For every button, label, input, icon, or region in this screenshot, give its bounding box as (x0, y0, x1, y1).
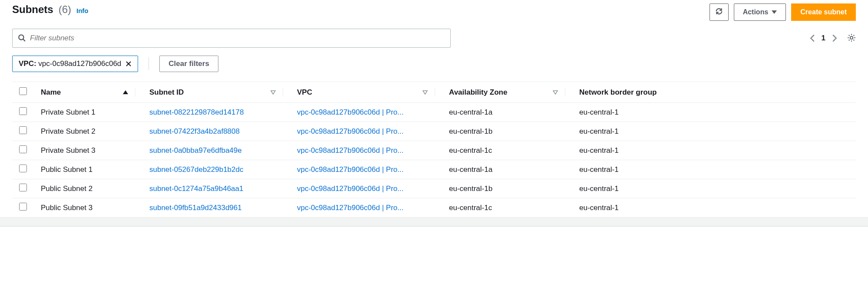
refresh-button[interactable] (710, 3, 729, 21)
search-icon (18, 34, 26, 43)
search-container[interactable] (12, 29, 451, 48)
cell-subnet-id[interactable]: subnet-0822129878ed14178 (142, 103, 290, 122)
column-filter-icon[interactable] (553, 90, 558, 95)
cell-vpc[interactable]: vpc-0c98ad127b906c06d | Pro... (290, 179, 442, 198)
row-checkbox[interactable] (19, 107, 27, 115)
cell-az: eu-central-1a (442, 160, 572, 179)
page-title: Subnets (12, 3, 53, 16)
svg-marker-5 (271, 91, 275, 94)
cell-name: Private Subnet 2 (34, 122, 142, 141)
table-row[interactable]: Public Subnet 1 subnet-05267deb229b1b2dc… (12, 160, 856, 179)
filter-chip-value: vpc-0c98ad127b906c06d (38, 59, 121, 68)
page-number: 1 (822, 34, 825, 43)
filter-chip-vpc[interactable]: VPC: vpc-0c98ad127b906c06d (12, 56, 138, 72)
cell-name: Private Subnet 1 (34, 103, 142, 122)
cell-name: Public Subnet 3 (34, 198, 142, 217)
clear-filters-button[interactable]: Clear filters (159, 56, 218, 72)
table-row[interactable]: Public Subnet 2 subnet-0c1274a75a9b46aa1… (12, 179, 856, 198)
cell-subnet-id[interactable]: subnet-05267deb229b1b2dc (142, 160, 290, 179)
table-row[interactable]: Private Subnet 2 subnet-07422f3a4b2af880… (12, 122, 856, 141)
svg-marker-6 (423, 91, 427, 94)
sort-asc-icon (123, 90, 128, 94)
cell-nbg: eu-central-1 (572, 179, 856, 198)
row-checkbox[interactable] (19, 126, 27, 134)
column-header-name[interactable]: Name (34, 82, 142, 103)
cell-vpc[interactable]: vpc-0c98ad127b906c06d | Pro... (290, 122, 442, 141)
cell-az: eu-central-1a (442, 103, 572, 122)
cell-nbg: eu-central-1 (572, 160, 856, 179)
column-filter-icon[interactable] (271, 90, 276, 95)
actions-dropdown-button[interactable]: Actions (734, 3, 786, 21)
svg-marker-7 (553, 91, 558, 94)
filter-chip-key: VPC: (19, 59, 36, 68)
table-row[interactable]: Private Subnet 1 subnet-0822129878ed1417… (12, 103, 856, 122)
column-header-nbg[interactable]: Network border group (572, 82, 856, 103)
select-all-checkbox[interactable] (19, 87, 27, 95)
cell-az: eu-central-1c (442, 198, 572, 217)
caret-down-icon (772, 10, 777, 14)
row-checkbox[interactable] (19, 184, 27, 191)
svg-point-2 (850, 36, 853, 39)
cell-vpc[interactable]: vpc-0c98ad127b906c06d | Pro... (290, 141, 442, 160)
cell-subnet-id[interactable]: subnet-0c1274a75a9b46aa1 (142, 179, 290, 198)
page-next-button[interactable] (832, 34, 838, 43)
filter-chip-remove[interactable] (125, 61, 132, 67)
column-header-subnet-id[interactable]: Subnet ID (142, 82, 290, 103)
svg-point-0 (19, 35, 23, 40)
cell-nbg: eu-central-1 (572, 141, 856, 160)
cell-nbg: eu-central-1 (572, 122, 856, 141)
row-checkbox[interactable] (19, 165, 27, 172)
cell-name: Private Subnet 3 (34, 141, 142, 160)
cell-name: Public Subnet 1 (34, 160, 142, 179)
cell-subnet-id[interactable]: subnet-07422f3a4b2af8808 (142, 122, 290, 141)
column-header-vpc[interactable]: VPC (290, 82, 442, 103)
cell-name: Public Subnet 2 (34, 179, 142, 198)
cell-nbg: eu-central-1 (572, 198, 856, 217)
cell-subnet-id[interactable]: subnet-0a0bba97e6dfba49e (142, 141, 290, 160)
cell-vpc[interactable]: vpc-0c98ad127b906c06d | Pro... (290, 160, 442, 179)
actions-label: Actions (743, 8, 769, 16)
settings-button[interactable] (847, 33, 856, 43)
table-row[interactable]: Private Subnet 3 subnet-0a0bba97e6dfba49… (12, 141, 856, 160)
cell-subnet-id[interactable]: subnet-09fb51a9d2433d961 (142, 198, 290, 217)
cell-vpc[interactable]: vpc-0c98ad127b906c06d | Pro... (290, 103, 442, 122)
refresh-icon (715, 7, 723, 17)
cell-az: eu-central-1c (442, 141, 572, 160)
column-header-az[interactable]: Availability Zone (442, 82, 572, 103)
cell-nbg: eu-central-1 (572, 103, 856, 122)
column-filter-icon[interactable] (422, 90, 428, 95)
resource-count: (6) (59, 3, 71, 16)
table-footer-spacer (0, 217, 868, 227)
info-link[interactable]: Info (76, 7, 89, 14)
cell-az: eu-central-1b (442, 179, 572, 198)
create-subnet-button[interactable]: Create subnet (791, 3, 856, 21)
filter-input[interactable] (30, 34, 445, 43)
row-checkbox[interactable] (19, 203, 27, 211)
svg-line-1 (23, 39, 25, 41)
row-checkbox[interactable] (19, 145, 27, 153)
table-row[interactable]: Public Subnet 3 subnet-09fb51a9d2433d961… (12, 198, 856, 217)
divider (149, 57, 149, 70)
subnets-table: Name Subnet ID VPC (12, 82, 856, 217)
cell-vpc[interactable]: vpc-0c98ad127b906c06d | Pro... (290, 198, 442, 217)
page-prev-button[interactable] (809, 34, 815, 43)
cell-az: eu-central-1b (442, 122, 572, 141)
